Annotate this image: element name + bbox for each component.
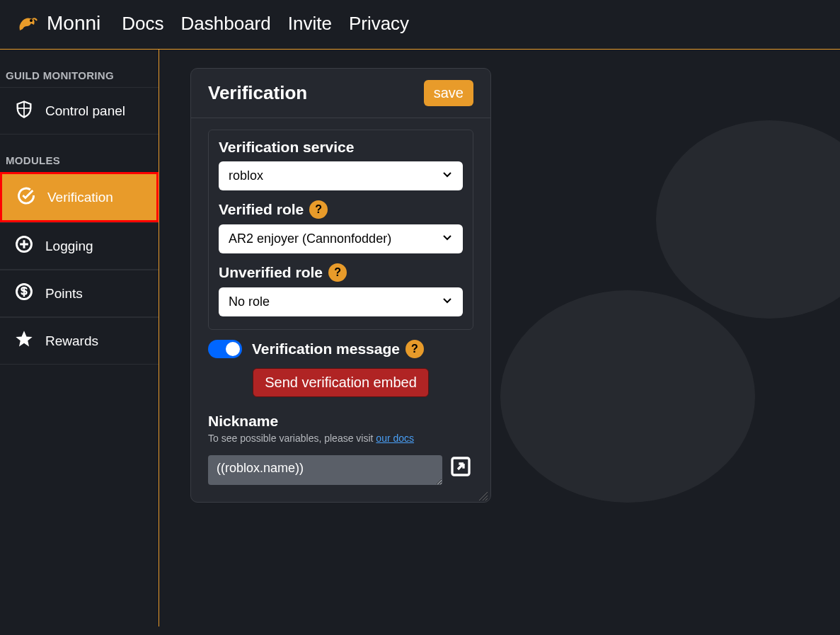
verified-role-label: Verified role ? — [219, 200, 463, 219]
send-verification-embed-button[interactable]: Send verification embed — [253, 368, 429, 397]
nav-dashboard[interactable]: Dashboard — [181, 13, 271, 35]
sidebar-item-label: Logging — [45, 239, 93, 254]
chevron-down-icon — [442, 231, 453, 246]
select-value: AR2 enjoyer (Cannonfodder) — [229, 231, 391, 246]
shield-icon — [14, 99, 34, 122]
main-content: Verification save Verification service r… — [159, 50, 840, 627]
card-title: Verification — [208, 82, 307, 104]
nav-invite[interactable]: Invite — [288, 13, 332, 35]
sidebar-item-verification[interactable]: Verification — [0, 172, 159, 222]
verified-role-label-text: Verified role — [219, 201, 304, 218]
unverified-role-group: Unverified role ? No role — [219, 263, 463, 316]
sidebar-item-logging[interactable]: Logging — [0, 222, 159, 270]
plus-circle-icon — [14, 234, 34, 258]
sidebar: GUILD MONITORING Control panel MODULES V… — [0, 50, 159, 627]
verification-message-label-text: Verification message — [252, 341, 400, 357]
verified-role-select[interactable]: AR2 enjoyer (Cannonfodder) — [219, 224, 463, 253]
verification-message-label: Verification message ? — [252, 340, 424, 358]
verified-role-group: Verified role ? AR2 enjoyer (Cannonfodde… — [219, 200, 463, 253]
chevron-down-icon — [442, 168, 453, 183]
help-icon[interactable]: ? — [328, 263, 347, 282]
docs-note: To see possible variables, please visit … — [208, 433, 473, 444]
nav-docs[interactable]: Docs — [122, 13, 163, 35]
expand-icon — [449, 455, 472, 481]
docs-link[interactable]: our docs — [376, 433, 414, 444]
toggle-knob — [226, 342, 240, 356]
nickname-title: Nickname — [208, 413, 473, 430]
expand-button[interactable] — [448, 455, 473, 481]
verification-message-toggle[interactable] — [208, 340, 242, 358]
nav-links: Docs Dashboard Invite Privacy — [122, 13, 409, 35]
sidebar-item-label: Points — [45, 286, 83, 302]
card-body: Verification service roblox Verified rol… — [191, 118, 490, 502]
nav-privacy[interactable]: Privacy — [349, 13, 409, 35]
verification-card: Verification save Verification service r… — [190, 68, 491, 503]
resize-handle[interactable] — [479, 491, 488, 499]
save-button[interactable]: save — [424, 80, 473, 106]
verification-service-label: Verification service — [219, 139, 463, 156]
sidebar-item-control-panel[interactable]: Control panel — [0, 87, 159, 135]
dollar-circle-icon — [14, 282, 34, 305]
embed-button-wrap: Send verification embed — [208, 368, 473, 397]
help-icon[interactable]: ? — [309, 200, 328, 219]
sidebar-item-rewards[interactable]: Rewards — [0, 317, 159, 365]
logo-icon — [14, 11, 40, 36]
sidebar-item-label: Rewards — [45, 333, 98, 349]
nickname-row: ((roblox.name)) — [208, 455, 473, 485]
chevron-down-icon — [442, 294, 453, 309]
background-decoration — [486, 78, 840, 503]
checkmark-circle-icon — [16, 185, 36, 209]
sidebar-item-label: Control panel — [45, 103, 125, 119]
top-header: Monni Docs Dashboard Invite Privacy — [0, 0, 840, 50]
sidebar-section-modules: MODULES — [0, 135, 159, 172]
unverified-role-label-text: Unverified role — [219, 264, 323, 281]
select-value: No role — [229, 294, 270, 309]
verification-service-select[interactable]: roblox — [219, 161, 463, 190]
svg-point-0 — [30, 19, 33, 22]
sidebar-item-label: Verification — [47, 190, 113, 205]
role-fieldset: Verification service roblox Verified rol… — [208, 130, 473, 330]
unverified-role-select[interactable]: No role — [219, 287, 463, 316]
nickname-input[interactable]: ((roblox.name)) — [208, 455, 442, 485]
verification-service-group: Verification service roblox — [219, 139, 463, 190]
select-value: roblox — [229, 168, 263, 183]
star-icon — [14, 329, 34, 353]
verification-message-row: Verification message ? — [208, 340, 473, 358]
svg-point-3 — [656, 120, 840, 319]
sidebar-item-points[interactable]: Points — [0, 270, 159, 317]
card-header: Verification save — [191, 69, 490, 118]
body-wrap: GUILD MONITORING Control panel MODULES V… — [0, 50, 840, 627]
svg-point-4 — [500, 290, 755, 503]
help-icon[interactable]: ? — [405, 340, 424, 358]
unverified-role-label: Unverified role ? — [219, 263, 463, 282]
sidebar-section-guild: GUILD MONITORING — [0, 50, 159, 87]
app-title: Monni — [47, 12, 100, 35]
docs-note-prefix: To see possible variables, please visit — [208, 433, 376, 444]
